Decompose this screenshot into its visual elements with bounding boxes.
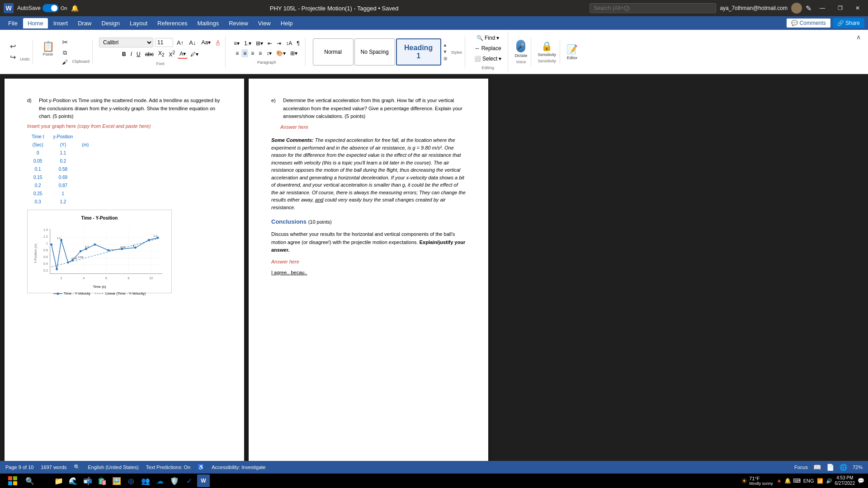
menu-item-view[interactable]: View [254,18,275,28]
search-taskbar-button[interactable]: 🔍 [24,474,36,487]
highlight-button[interactable]: 🖊▾ [189,50,200,58]
replace-button[interactable]: ↔ Replace [472,44,504,53]
style-heading1-button[interactable]: Heading 1 [396,38,441,66]
taskbar-icon-photos[interactable]: 🖼️ [110,474,123,487]
subscript-button[interactable]: X2 [156,49,166,58]
italic-button[interactable]: I [129,50,134,58]
multilevel-button[interactable]: ⊞▾ [254,39,265,47]
print-layout-icon[interactable]: 📄 [826,464,834,471]
menu-item-draw[interactable]: Draw [73,18,96,28]
autosave-toggle[interactable]: AutoSave On [17,4,67,12]
editor-icon[interactable]: 📝 [566,44,578,55]
minimize-button[interactable]: — [815,0,830,16]
underline-button[interactable]: U [135,50,142,58]
shrink-font-button[interactable]: A↓ [187,38,198,47]
web-layout-icon[interactable]: 🌐 [840,464,847,471]
show-formatting-button[interactable]: ¶ [295,39,301,47]
shading-button[interactable]: 🎨▾ [274,49,288,57]
taskbar-clock[interactable]: 4:53 PM 6/27/2022 [835,475,855,486]
superscript-button[interactable]: X2 [167,49,177,59]
menu-item-review[interactable]: Review [224,18,253,28]
align-center-button[interactable]: ≡ [241,49,248,57]
styles-scroll-down[interactable]: ▼ [442,48,448,55]
volume-icon[interactable]: 🔊 [826,478,832,484]
taskbar-icon-chrome[interactable]: ◎ [125,474,137,487]
align-left-button[interactable]: ≡ [234,49,241,57]
start-button[interactable] [4,474,22,487]
style-normal-button[interactable]: Normal [313,38,354,66]
taskbar-icon-explorer[interactable]: 📁 [52,474,65,487]
paste-button[interactable]: 📋 Paste [38,40,58,64]
notification-center[interactable]: 💬 [858,478,864,484]
clear-format-button[interactable]: A [214,38,222,47]
sensitivity-icon[interactable]: 🔒 [541,41,552,52]
menu-item-mailings[interactable]: Mailings [193,18,224,28]
system-tray[interactable]: 🔺 🔔 ⌨ [776,478,801,484]
styles-scroll-up[interactable]: ▲ [442,42,448,48]
sort-button[interactable]: ↕A [284,39,294,47]
strikethrough-button[interactable]: abc [143,50,156,58]
close-button[interactable]: ✕ [851,0,864,16]
increase-indent-button[interactable]: ⇥ [275,39,283,47]
font-size-input[interactable] [155,38,173,47]
bullets-button[interactable]: ≡▾ [232,39,241,47]
style-no-spacing-button[interactable]: No Spacing [354,38,395,66]
align-right-button[interactable]: ≡ [249,49,256,57]
text-predictions[interactable]: Text Predictions: On [146,465,190,470]
find-button[interactable]: 🔍 Find ▾ [474,33,502,42]
menu-item-insert[interactable]: Insert [49,18,73,28]
wifi-icon[interactable]: 📶 [817,478,823,484]
font-color-button[interactable]: A▾ [178,50,188,59]
restore-button[interactable]: ❐ [833,0,847,16]
cut-button[interactable]: ✂ [59,38,71,47]
proofing-icon[interactable]: 🔍 [74,464,80,470]
menu-item-references[interactable]: References [153,18,192,28]
redo-button[interactable]: ↪ [6,52,19,62]
svg-text:0.6: 0.6 [43,255,48,258]
borders-button[interactable]: ⊞▾ [288,49,299,57]
menu-item-layout[interactable]: Layout [125,18,152,28]
share-button[interactable]: 🔗 Share [833,18,864,28]
copy-button[interactable]: ⧉ [59,48,71,57]
menu-item-help[interactable]: Help [276,18,297,28]
comments-button[interactable]: 💬 Comments [786,18,830,28]
styles-expand[interactable]: ⊞ [442,55,448,62]
notification-icon[interactable]: 🔔 [71,5,79,12]
paragraph-group: ≡▾ 1.▾ ⊞▾ ⇤ ⇥ ↕A ¶ ≡ ≡ ≡ ≡ ↕▾ 🎨▾ ⊞▾ Para… [228,38,306,66]
menu-item-design[interactable]: Design [97,18,124,28]
font-family-select[interactable]: Calibri [99,38,153,47]
taskbar-icon-store[interactable]: 🛍️ [96,474,108,487]
numbering-button[interactable]: 1.▾ [242,39,253,47]
line-spacing-button[interactable]: ↕▾ [264,49,274,57]
format-painter-button[interactable]: 🖌 [59,58,71,66]
pen-icon[interactable]: ✎ [806,4,811,13]
taskbar-icon-teams[interactable]: 👥 [139,474,152,487]
undo-button[interactable]: ↩ [6,42,19,52]
decrease-indent-button[interactable]: ⇤ [266,39,274,47]
language[interactable]: English (United States) [88,465,139,470]
taskbar-icon-todo[interactable]: ✓ [183,474,195,487]
weather-widget[interactable]: ☀ 71°F Mostly sunny [741,476,773,486]
menu-item-file[interactable]: File [4,18,22,28]
accessibility-icon[interactable]: ♿ [198,464,204,470]
taskbar-icon-mail[interactable]: 📬 [81,474,94,487]
taskbar-icon-edge[interactable]: 🌊 [67,474,80,487]
bold-button[interactable]: B [120,50,128,58]
taskbar-icon-onedrive[interactable]: ☁ [154,474,166,487]
focus-button[interactable]: Focus [794,465,808,470]
taskbar-icon-security[interactable]: 🛡️ [168,474,181,487]
ribbon-collapse-button[interactable]: ∧ [853,32,864,42]
select-button[interactable]: ⬜ Select ▾ [472,54,504,63]
avatar[interactable] [791,3,802,14]
menu-item-home[interactable]: Home [23,18,48,28]
dictate-icon[interactable]: 🎤 [516,40,525,52]
grow-font-button[interactable]: A↑ [175,38,185,47]
accessibility[interactable]: Accessibility: Investigate [212,465,265,470]
taskbar-icon-word[interactable]: W [197,474,210,487]
read-mode-icon[interactable]: 📖 [813,464,821,471]
autosave-switch[interactable] [42,4,59,12]
search-box[interactable] [590,3,716,13]
justify-button[interactable]: ≡ [257,49,264,57]
change-case-button[interactable]: Aa▾ [199,38,212,47]
task-view-button[interactable]: ⊞ [38,474,51,487]
